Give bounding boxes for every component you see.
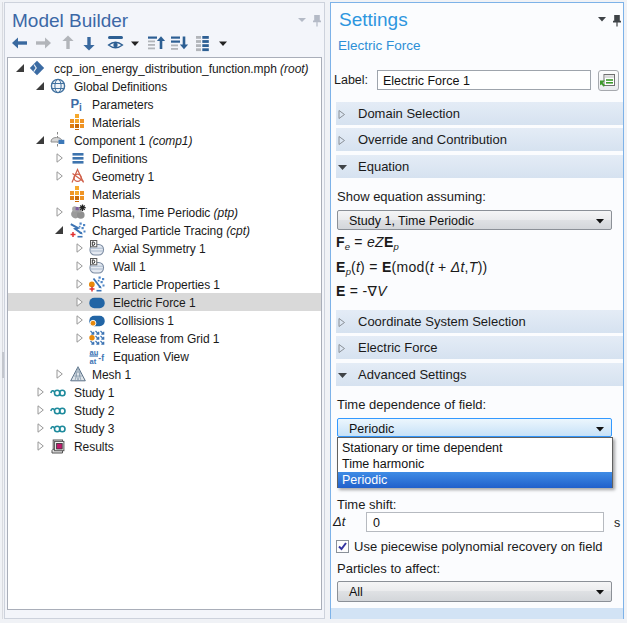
- svg-text:at: at: [90, 357, 97, 365]
- svg-text:au: au: [90, 348, 99, 357]
- svg-text:i: i: [79, 102, 82, 113]
- svg-text:-f: -f: [98, 353, 104, 363]
